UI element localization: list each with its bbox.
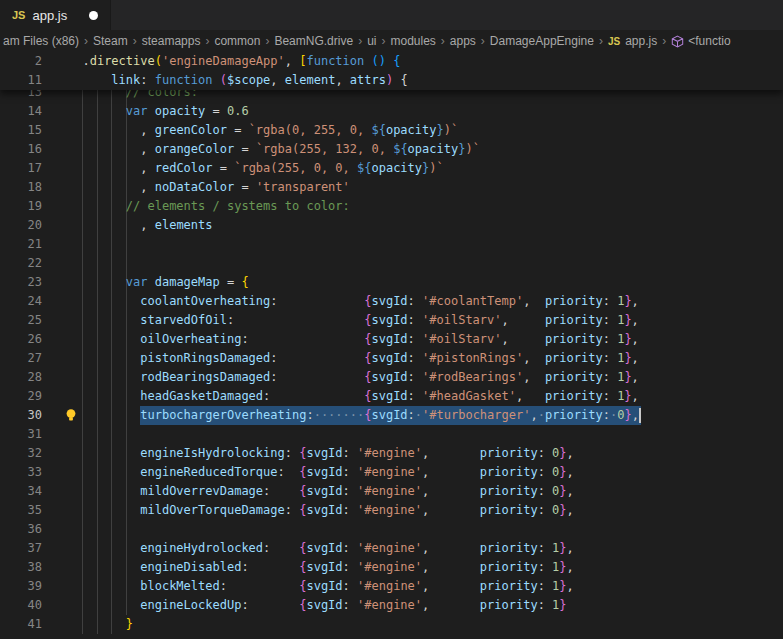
code-line[interactable]: // elements / systems to color:	[68, 197, 350, 216]
code-line[interactable]: }	[68, 615, 133, 634]
breadcrumb-item-ui[interactable]: ui	[367, 34, 376, 48]
code-editor[interactable]: 13 // colors:14 var opacity = 0.615 , gr…	[0, 52, 783, 639]
code-token: svgId	[371, 370, 407, 384]
code-line[interactable]: engineLockedUp: {svgId: '#engine', prior…	[68, 596, 567, 615]
code-line[interactable]: , redColor = `rgba(255, 0, 0, ${opacity}…	[68, 159, 444, 178]
code-line[interactable]: rodBearingsDamaged: {svgId: '#rodBearing…	[68, 368, 639, 387]
breadcrumb-item-app-js[interactable]: JSapp.js	[608, 34, 657, 48]
line-number[interactable]: 17	[0, 159, 42, 178]
line-number[interactable]: 34	[0, 482, 42, 501]
code-token: link	[111, 73, 140, 87]
code-line[interactable]: engineHydrolocked: {svgId: '#engine', pr…	[68, 539, 574, 558]
line-number[interactable]: 36	[0, 520, 42, 539]
code-line[interactable]: var opacity = 0.6	[68, 102, 249, 121]
line-number[interactable]: 31	[0, 425, 42, 444]
code-line[interactable]: , noDataColor = 'transparent'	[68, 178, 350, 197]
code-token: starvedOfOil	[140, 313, 227, 327]
line-number[interactable]: 19	[0, 197, 42, 216]
tab-app-js[interactable]: JS app.js	[0, 0, 111, 30]
line-number[interactable]: 27	[0, 349, 42, 368]
lightbulb-icon[interactable]	[64, 408, 78, 422]
line-number[interactable]: 32	[0, 444, 42, 463]
code-token: ,	[422, 541, 480, 555]
breadcrumb-item-steam[interactable]: Steam	[93, 34, 128, 48]
sticky-line[interactable]: 11 link: function ($scope, element, attr…	[0, 71, 783, 90]
code-token: :	[343, 598, 357, 612]
line-number[interactable]: 38	[0, 558, 42, 577]
code-line[interactable]: headGasketDamaged: {svgId: '#headGasket'…	[68, 387, 639, 406]
code-token: '#turbocharger'	[422, 408, 530, 422]
code-token: svgId	[306, 446, 342, 460]
code-token: engineLockedUp	[140, 598, 241, 612]
line-number[interactable]: 39	[0, 577, 42, 596]
line-number[interactable]: 20	[0, 216, 42, 235]
code-line[interactable]: engineDisabled: {svgId: '#engine', prior…	[68, 558, 574, 577]
code-line[interactable]: , elements	[68, 216, 213, 235]
breadcrumb-item-beamng-drive[interactable]: BeamNG.drive	[274, 34, 353, 48]
glyph-margin	[42, 140, 68, 159]
code-token: pistonRingsDamaged	[140, 351, 270, 365]
line-number[interactable]: 37	[0, 539, 42, 558]
line-number[interactable]: 25	[0, 311, 42, 330]
code-token: ,	[68, 218, 155, 232]
breadcrumb-item-common[interactable]: common	[214, 34, 260, 48]
code-line[interactable]: link: function ($scope, element, attrs) …	[68, 71, 408, 90]
breadcrumb-item--functio[interactable]: <functio	[671, 34, 730, 48]
breadcrumb-item-modules[interactable]: modules	[390, 34, 435, 48]
breadcrumb-item-steamapps[interactable]: steamapps	[142, 34, 201, 48]
line-number[interactable]: 21	[0, 235, 42, 254]
code-token: (	[220, 73, 227, 87]
code-line[interactable]: , greenColor = `rgba(0, 255, 0, ${opacit…	[68, 121, 458, 140]
line-number[interactable]: 15	[0, 121, 42, 140]
line-number[interactable]: 29	[0, 387, 42, 406]
code-token: '#rodBearings'	[422, 370, 523, 384]
code-line[interactable]: mildOverTorqueDamage: {svgId: '#engine',…	[68, 501, 574, 520]
glyph-margin	[42, 71, 68, 90]
line-number[interactable]: 11	[0, 71, 42, 90]
editor-row: 26 oilOverheating: {svgId: '#oilStarv', …	[0, 330, 783, 349]
code-token: '#oilStarv'	[422, 332, 501, 346]
editor-row: 14 var opacity = 0.6	[0, 102, 783, 121]
code-line[interactable]: coolantOverheating: {svgId: '#coolantTem…	[68, 292, 639, 311]
code-line[interactable]: mildOverrevDamage: {svgId: '#engine', pr…	[68, 482, 574, 501]
code-line[interactable]: starvedOfOil: {svgId: '#oilStarv', prior…	[68, 311, 639, 330]
line-number[interactable]: 24	[0, 292, 42, 311]
line-number[interactable]: 22	[0, 254, 42, 273]
line-number[interactable]: 30	[0, 406, 42, 425]
code-token: :	[306, 408, 313, 422]
code-line[interactable]: var damageMap = {	[68, 273, 249, 292]
line-number[interactable]: 33	[0, 463, 42, 482]
editor-row: 22	[0, 254, 783, 273]
code-line[interactable]: blockMelted: {svgId: '#engine', priority…	[68, 577, 574, 596]
line-number[interactable]: 2	[0, 52, 42, 71]
code-token: ,	[516, 389, 545, 403]
code-line[interactable]: , orangeColor = `rgba(255, 132, 0, ${opa…	[68, 140, 480, 159]
sticky-line[interactable]: 2 .directive('engineDamageApp', [functio…	[0, 52, 783, 71]
editor-row: 23 var damageMap = {	[0, 273, 783, 292]
editor-row: 34 mildOverrevDamage: {svgId: '#engine',…	[0, 482, 783, 501]
breadcrumb-item-apps[interactable]: apps	[450, 34, 476, 48]
breadcrumb-item-damageappengine[interactable]: DamageAppEngine	[490, 34, 594, 48]
breadcrumb-separator-icon: ›	[358, 34, 362, 48]
code-line[interactable]: .directive('engineDamageApp', [function …	[68, 52, 400, 71]
line-number[interactable]: 16	[0, 140, 42, 159]
line-number[interactable]: 14	[0, 102, 42, 121]
line-number[interactable]: 35	[0, 501, 42, 520]
code-line[interactable]: engineReducedTorque: {svgId: '#engine', …	[68, 463, 574, 482]
glyph-margin	[42, 178, 68, 197]
line-number[interactable]: 23	[0, 273, 42, 292]
code-line[interactable]: turbochargerOverheating:·······{svgId:·'…	[68, 406, 641, 425]
line-number[interactable]: 41	[0, 615, 42, 634]
line-number[interactable]: 26	[0, 330, 42, 349]
modified-dot-icon[interactable]	[89, 11, 98, 20]
code-token: svgId	[371, 389, 407, 403]
code-line[interactable]: engineIsHydrolocking: {svgId: '#engine',…	[68, 444, 574, 463]
code-line[interactable]: pistonRingsDamaged: {svgId: '#pistonRing…	[68, 349, 639, 368]
editor-row: 27 pistonRingsDamaged: {svgId: '#pistonR…	[0, 349, 783, 368]
code-token: svgId	[306, 465, 342, 479]
line-number[interactable]: 18	[0, 178, 42, 197]
breadcrumb-item-am-files-x86-[interactable]: am Files (x86)	[3, 34, 79, 48]
line-number[interactable]: 40	[0, 596, 42, 615]
code-line[interactable]: oilOverheating: {svgId: '#oilStarv', pri…	[68, 330, 639, 349]
line-number[interactable]: 28	[0, 368, 42, 387]
